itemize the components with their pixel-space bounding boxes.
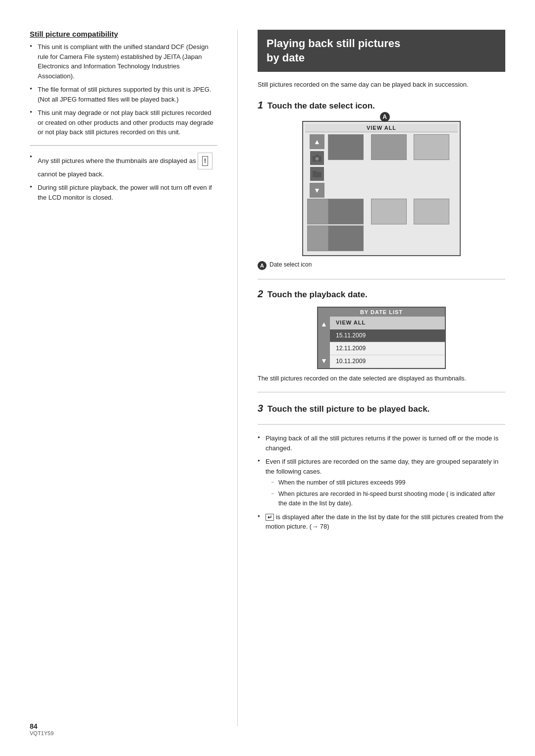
caption-a-circle: A — [258, 261, 267, 270]
step2-divider — [258, 392, 505, 392]
view-all-bar: VIEW ALL A — [305, 124, 458, 132]
svg-rect-2 — [316, 155, 319, 157]
step1-number: 1 — [258, 100, 263, 110]
step2-number: 2 — [258, 288, 263, 299]
by-date-list-header: BY DATE LIST — [318, 308, 445, 317]
date-row-1-text: 12.11.2009 — [332, 345, 443, 352]
page-number: 84 — [30, 722, 54, 730]
sub-note-1: When the number of still pictures exceed… — [271, 478, 505, 487]
date-row-viewall[interactable]: VIEW ALL — [330, 317, 445, 329]
page: Still picture compatibility This unit is… — [0, 0, 535, 756]
thumb-2[interactable] — [371, 134, 407, 160]
step1-caption: A Date select icon — [258, 261, 505, 270]
caption-a-text: Date select icon — [269, 261, 312, 268]
step2-caption: The still pictures recorded on the date … — [258, 374, 505, 383]
thumb-3[interactable] — [414, 134, 449, 160]
date-list-nav: ▲ ▼ — [318, 317, 330, 368]
note-2: Even if still pictures are recorded on t… — [258, 457, 505, 508]
sub-note-2: When pictures are recorded in hi-speed b… — [271, 489, 505, 508]
date-row-2[interactable]: 10.11.2009 — [330, 355, 445, 368]
annotation-a-label: A — [380, 112, 390, 122]
note-3-text: is displayed after the date in the list … — [266, 513, 503, 531]
date-row-viewall-text: VIEW ALL — [332, 320, 443, 325]
thumb-5[interactable] — [328, 199, 364, 224]
date-rows: VIEW ALL 15.11.2009 12.11.2009 10.11.200… — [330, 317, 445, 368]
nav-up[interactable]: ▲ — [310, 134, 324, 149]
thumb-6[interactable] — [371, 199, 407, 224]
note-bullet-2: During still picture playback, the power… — [30, 183, 217, 202]
motion-icon: ↵ — [266, 514, 274, 521]
thumb-7[interactable] — [414, 199, 449, 224]
warning-icon-box: ! — [198, 153, 213, 169]
right-column: Playing back still pictures by date Stil… — [238, 30, 505, 726]
note-bullets: Any still pictures where the thumbnails … — [30, 153, 217, 203]
note-1: Playing back of all the still pictures r… — [258, 433, 505, 453]
page-footer: 84 VQT1Y59 — [30, 722, 54, 736]
date-list-screen: BY DATE LIST ▲ ▼ VIEW ALL 15.11.2009 12.… — [317, 307, 446, 369]
compat-bullets: This unit is compliant with the unified … — [30, 42, 217, 137]
step3-divider — [258, 424, 505, 425]
step1-heading: 1 Touch the date select icon. — [258, 100, 505, 111]
svg-rect-4 — [313, 171, 317, 173]
thumb-1[interactable] — [328, 134, 364, 160]
note-bullet-1: Any still pictures where the thumbnails … — [30, 153, 217, 179]
intro-text: Still pictures recorded on the same day … — [258, 80, 505, 90]
folder-icon — [310, 167, 324, 181]
date-list-body: ▲ ▼ VIEW ALL 15.11.2009 12.11.2009 10.11… — [318, 317, 445, 368]
step3-heading: 3 Touch the still picture to be played b… — [258, 401, 505, 415]
step1-label: Touch the date select icon. — [268, 101, 375, 110]
thumb-grid: ▲ ▼ — [305, 132, 458, 253]
date-row-0[interactable]: 15.11.2009 — [330, 329, 445, 342]
date-row-0-text: 15.11.2009 — [332, 332, 443, 339]
sub-notes: When the number of still pictures exceed… — [271, 478, 505, 508]
date-nav-down[interactable]: ▼ — [318, 353, 330, 368]
nav-col: ▲ ▼ — [307, 134, 327, 198]
cannot-playback-text: cannot be played back. — [38, 170, 104, 178]
still-compat-heading: Still picture compatibility — [30, 30, 217, 38]
step2-label: Touch the playback date. — [268, 290, 368, 299]
compat-bullet-2: The file format of still pictures suppor… — [30, 85, 217, 104]
exclaim-icon: ! — [202, 156, 208, 166]
svg-point-1 — [316, 157, 319, 161]
left-column: Still picture compatibility This unit is… — [30, 30, 238, 726]
cam-icon — [310, 151, 324, 165]
date-nav-up[interactable]: ▲ — [318, 317, 330, 331]
left-divider — [30, 145, 217, 146]
section-title: Playing back still pictures by date — [258, 30, 505, 72]
step1-screen: VIEW ALL A ▲ ▼ — [302, 121, 461, 256]
compat-bullet-1: This unit is compliant with the unified … — [30, 42, 217, 81]
nav-down[interactable]: ▼ — [310, 183, 324, 198]
date-row-1[interactable]: 12.11.2009 — [330, 342, 445, 355]
thumb-9[interactable] — [328, 225, 364, 251]
step1-divider — [258, 279, 505, 279]
step3-number: 3 — [258, 403, 263, 414]
date-row-2-text: 10.11.2009 — [332, 358, 443, 365]
notes-list: Playing back of all the still pictures r… — [258, 433, 505, 531]
page-code: VQT1Y59 — [30, 730, 54, 736]
step2-heading: 2 Touch the playback date. — [258, 288, 505, 300]
step3-label: Touch the still picture to be played bac… — [268, 404, 429, 414]
note-3: ↵ is displayed after the date in the lis… — [258, 512, 505, 532]
compat-bullet-3: This unit may degrade or not play back s… — [30, 108, 217, 137]
